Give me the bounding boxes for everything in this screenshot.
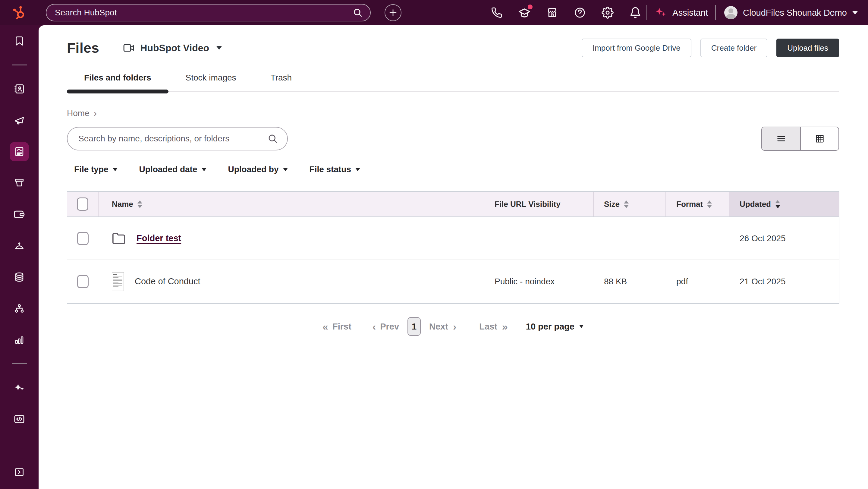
notification-dot [527,3,534,10]
import-google-drive-button[interactable]: Import from Google Drive [582,39,691,57]
sort-icon [137,201,142,208]
library-selector[interactable]: HubSpot Video [123,42,222,54]
file-search-input[interactable] [67,134,267,144]
first-page-button[interactable]: « First [322,321,351,333]
size-cell [594,217,666,259]
page-header: Files HubSpot Video Import from Google D… [67,39,839,57]
sidebar-item-automations[interactable] [10,299,29,318]
main-content: Files HubSpot Video Import from Google D… [38,25,868,489]
row-checkbox[interactable] [77,232,89,245]
table-header-row: Name File URL Visibility Size Format Upd… [67,192,839,217]
sidebar-item-breeze-ai[interactable] [10,378,29,397]
marketplace-icon[interactable] [545,6,559,20]
upload-files-button[interactable]: Upload files [776,39,839,57]
last-page-button[interactable]: Last » [479,321,507,333]
settings-icon[interactable] [601,6,615,20]
search-icon [267,133,278,144]
filter-bar: File type Uploaded date Uploaded by File… [67,164,839,174]
tab-files-and-folders[interactable]: Files and folders [67,73,168,91]
notifications-icon[interactable] [628,6,642,20]
sidebar-item-bookmarks[interactable] [10,31,29,51]
column-header-name[interactable]: Name [98,192,484,216]
column-header-size[interactable]: Size [594,192,666,216]
tab-stock-images[interactable]: Stock images [168,73,253,91]
filter-file-status[interactable]: File status [310,164,360,174]
filter-uploaded-by[interactable]: Uploaded by [228,164,288,174]
column-header-updated[interactable]: Updated [730,192,839,216]
grid-view-button[interactable] [800,127,838,150]
global-search-input[interactable] [46,4,352,21]
row-checkbox-cell [67,217,98,259]
breadcrumb: Home › [67,108,839,119]
format-cell [666,217,730,259]
list-view-icon [776,133,786,144]
sidebar-expand-button[interactable] [10,462,29,482]
sidebar-item-development[interactable] [10,409,29,429]
page-title: Files [67,40,99,56]
sort-icon-desc-active [775,200,781,208]
top-navigation-bar: Assistant CloudFiles Shounak Demo [0,0,868,25]
format-cell: pdf [666,260,730,303]
file-name[interactable]: Code of Conduct [135,276,200,286]
row-checkbox[interactable] [77,275,89,288]
double-chevron-left-icon: « [322,321,328,333]
chevron-down-icon [113,168,118,171]
hubspot-logo-icon[interactable] [10,4,28,22]
expand-panel-icon [13,466,25,478]
content-icon [13,146,25,157]
search-icon [352,7,363,18]
updated-cell: 26 Oct 2025 [730,217,839,259]
column-header-format[interactable]: Format [666,192,730,216]
marketing-megaphone-icon [13,114,25,126]
create-folder-button[interactable]: Create folder [701,39,767,57]
filter-uploaded-date[interactable]: Uploaded date [139,164,207,174]
sidebar-item-sales[interactable] [10,173,29,193]
current-page-indicator[interactable]: 1 [407,317,421,336]
help-icon[interactable] [573,6,587,20]
view-toggle [761,127,839,151]
prev-page-button[interactable]: ‹ Prev [373,321,399,333]
phone-icon[interactable] [490,6,504,20]
topbar-divider [647,5,647,20]
next-page-button[interactable]: Next › [429,321,456,333]
folder-name-link[interactable]: Folder test [136,233,181,243]
name-cell: Folder test [98,217,484,259]
library-selector-label: HubSpot Video [140,42,209,54]
chevron-right-icon: › [94,108,97,119]
visibility-cell: Public - noindex [484,260,594,303]
sidebar-item-content[interactable] [10,142,29,161]
file-toolbar [67,127,839,151]
name-cell: Code of Conduct [98,260,484,303]
sidebar-item-crm[interactable] [10,79,29,99]
sidebar-divider [12,64,27,65]
global-search [46,4,371,22]
list-view-button[interactable] [762,127,800,150]
account-menu[interactable]: CloudFiles Shounak Demo [720,6,858,19]
sidebar-item-marketing[interactable] [10,111,29,130]
sidebar-item-reporting[interactable] [10,330,29,349]
column-header-visibility: File URL Visibility [484,192,594,216]
reporting-chart-icon [14,334,25,345]
per-page-selector[interactable]: 10 per page [526,322,584,332]
assistant-button[interactable]: Assistant [651,6,711,19]
developer-code-icon [13,413,25,425]
select-all-checkbox[interactable] [77,197,88,211]
chevron-left-icon: ‹ [373,321,375,333]
double-chevron-right-icon: » [502,321,507,333]
sidebar-item-data[interactable] [10,267,29,287]
table-row: Code of Conduct Public - noindex 88 KB p… [67,260,839,303]
sort-icon [624,201,629,208]
filter-file-type[interactable]: File type [74,164,118,174]
breadcrumb-home[interactable]: Home [67,109,90,118]
create-new-button[interactable] [384,4,401,21]
data-database-icon [13,271,25,283]
sidebar-item-service[interactable] [10,236,29,255]
files-table: Name File URL Visibility Size Format Upd… [67,191,839,304]
tab-trash[interactable]: Trash [253,73,309,91]
sort-icon [707,201,712,208]
sidebar-item-commerce[interactable] [10,205,29,224]
bookmark-icon [14,36,25,47]
app-root: Assistant CloudFiles Shounak Demo [0,0,868,489]
pagination: « First ‹ Prev 1 Next › Last » 10 per pa… [67,317,839,336]
academy-icon[interactable] [518,6,531,20]
